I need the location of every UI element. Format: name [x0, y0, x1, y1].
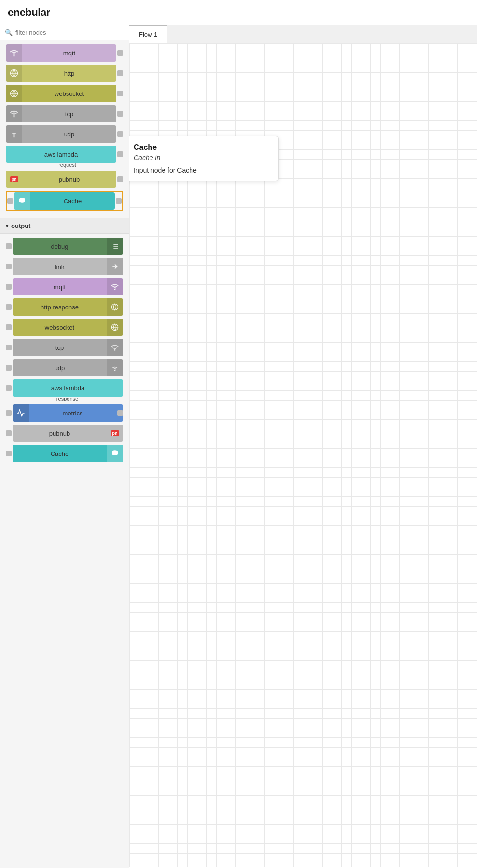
debug-out-label: debug [13, 243, 107, 250]
websocket-out-node[interactable]: websocket [13, 319, 123, 336]
pn-out-badge: pn [107, 425, 123, 442]
aws-lambda-in-node[interactable]: aws lambda [6, 146, 116, 163]
tcp-in-label: tcp [22, 110, 116, 118]
arrow-icon [107, 258, 123, 275]
canvas-area: Flow 1 Cache Cache in Input node for Cac… [129, 25, 477, 868]
http-in-label: http [22, 70, 116, 77]
wifi-icon [6, 44, 22, 62]
left-port [6, 304, 12, 310]
wifi3-out-icon [107, 359, 123, 376]
tooltip-subtitle: Cache in [134, 154, 270, 161]
search-input[interactable] [15, 29, 124, 36]
list-item[interactable]: metrics [6, 404, 123, 422]
list-item[interactable]: http [6, 65, 123, 82]
link-out-node[interactable]: link [13, 258, 123, 275]
aws-lambda-out-label: aws lambda [13, 385, 123, 392]
pubnub-out-label: pubnub [13, 430, 107, 437]
left-port [6, 365, 12, 371]
list-item[interactable]: Cache [6, 191, 123, 211]
cache-in-node[interactable]: Cache [14, 192, 115, 210]
list-item[interactable]: link [6, 258, 123, 275]
header: enebular [0, 0, 477, 25]
list-item[interactable]: debug [6, 238, 123, 255]
tcp-out-node[interactable]: tcp [13, 339, 123, 356]
svg-point-13 [114, 289, 115, 290]
right-port [117, 131, 123, 137]
output-node-list: debug [0, 234, 129, 469]
list-item[interactable]: websocket [6, 85, 123, 102]
chart-icon [13, 404, 29, 422]
canvas-tab-bar: Flow 1 [129, 25, 477, 43]
list-item[interactable]: websocket [6, 319, 123, 336]
right-port [117, 91, 123, 96]
websocket-in-node[interactable]: websocket [6, 85, 116, 102]
mqtt-in-label: mqtt [22, 50, 116, 57]
mqtt-in-node[interactable]: mqtt [6, 44, 116, 62]
pubnub-in-label: pubnub [22, 176, 116, 183]
debug-out-node[interactable]: debug [13, 238, 123, 255]
left-port [6, 430, 12, 436]
svg-point-16 [114, 350, 115, 350]
wifi3-icon [6, 125, 22, 143]
list-icon [107, 238, 123, 255]
right-port [117, 111, 123, 117]
left-port [6, 324, 12, 330]
right-port [117, 151, 123, 157]
right-port [117, 50, 123, 56]
cache-out-node[interactable]: Cache [13, 445, 123, 462]
http-in-node[interactable]: http [6, 65, 116, 82]
list-item[interactable]: http response [6, 298, 123, 316]
list-item[interactable]: Cache [6, 445, 123, 462]
wifi2-icon [6, 105, 22, 122]
list-item[interactable]: mqtt [6, 44, 123, 62]
db-icon [14, 192, 30, 210]
svg-point-3 [14, 116, 14, 117]
tab-flow1[interactable]: Flow 1 [129, 25, 167, 43]
cache-in-label: Cache [30, 198, 115, 205]
list-item[interactable]: tcp [6, 339, 123, 356]
udp-in-node[interactable]: udp [6, 125, 116, 143]
wifi-out-icon [107, 278, 123, 295]
cache-out-label: Cache [13, 450, 107, 457]
pubnub-in-node[interactable]: pn pubnub [6, 171, 116, 188]
svg-point-17 [114, 370, 115, 371]
globe2-out-icon [107, 319, 123, 336]
websocket-in-label: websocket [22, 90, 116, 97]
main-layout: 🔍 mqtt [0, 25, 477, 868]
list-item[interactable]: mqtt [6, 278, 123, 295]
udp-out-node[interactable]: udp [13, 359, 123, 376]
list-item[interactable]: pubnub pn [6, 425, 123, 442]
chevron-down-icon: ▾ [6, 223, 8, 228]
tcp-out-label: tcp [13, 344, 107, 351]
left-port [6, 410, 12, 416]
search-bar: 🔍 [0, 25, 129, 40]
output-section-label: output [11, 222, 30, 229]
list-item[interactable]: udp [6, 125, 123, 143]
left-port [6, 451, 12, 456]
pubnub-out-node[interactable]: pubnub pn [13, 425, 123, 442]
list-item[interactable]: tcp [6, 105, 123, 122]
list-item[interactable]: udp [6, 359, 123, 376]
aws-lambda-out-node[interactable]: aws lambda [13, 379, 123, 397]
globe-icon [6, 65, 22, 82]
mqtt-out-label: mqtt [13, 283, 107, 291]
output-section-header[interactable]: ▾ output [0, 218, 129, 234]
aws-lambda-in-label: aws lambda [6, 151, 116, 158]
tooltip-title: Cache [134, 143, 270, 152]
left-port [7, 198, 13, 204]
mqtt-out-node[interactable]: mqtt [13, 278, 123, 295]
globe2-icon [6, 85, 22, 102]
list-item[interactable]: aws lambda request [6, 146, 123, 168]
http-response-out-node[interactable]: http response [13, 298, 123, 316]
left-port [6, 385, 12, 391]
udp-out-label: udp [13, 364, 107, 372]
list-item[interactable]: pn pubnub [6, 171, 123, 188]
metrics-out-node[interactable]: metrics [13, 404, 123, 422]
list-item[interactable]: aws lambda response [6, 379, 123, 401]
tooltip-description: Input node for Cache [134, 166, 270, 174]
wifi2-out-icon [107, 339, 123, 356]
tcp-in-node[interactable]: tcp [6, 105, 116, 122]
left-port [6, 243, 12, 249]
right-port [117, 410, 123, 416]
input-node-list: mqtt http [0, 40, 129, 218]
